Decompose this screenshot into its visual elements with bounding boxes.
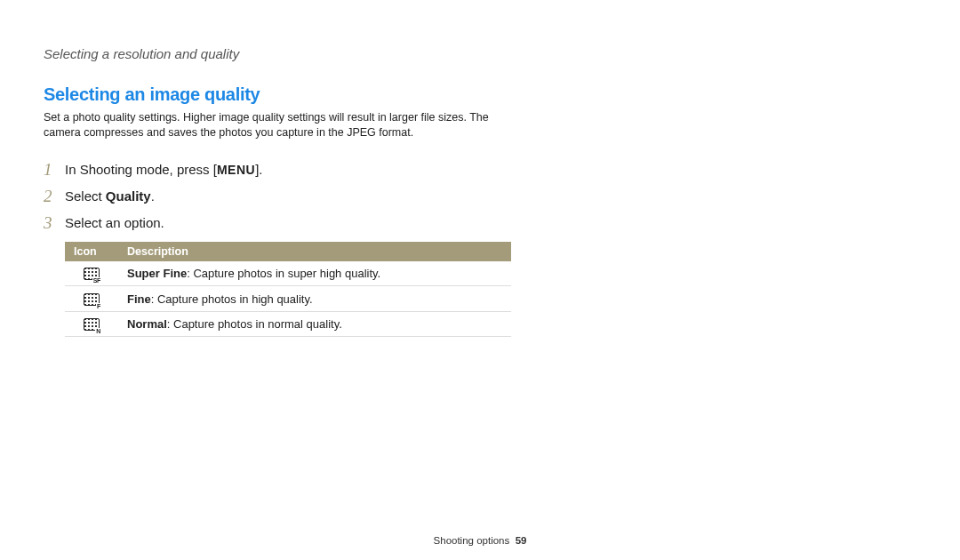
step-2: 2 Select Quality. bbox=[44, 187, 498, 206]
table-header-icon: Icon bbox=[65, 242, 118, 261]
table-row: Super Fine: Capture photos in super high… bbox=[65, 261, 511, 286]
step-text: In Shooting mode, press [MENU]. bbox=[65, 162, 263, 177]
step-text: Select Quality. bbox=[65, 188, 155, 204]
menu-button-label: MENU bbox=[217, 163, 255, 177]
step-text: Select an option. bbox=[65, 215, 164, 230]
table-cell-description: Normal: Capture photos in normal quality… bbox=[118, 311, 511, 337]
main-content: Selecting an image quality Set a photo q… bbox=[0, 61, 498, 337]
steps-list: 1 In Shooting mode, press [MENU]. 2 Sele… bbox=[44, 160, 498, 233]
page-footer: Shooting options 59 bbox=[0, 535, 960, 546]
table-header-description: Description bbox=[118, 242, 511, 261]
quality-options-table: Icon Description Super Fine: Capture pho… bbox=[65, 242, 511, 338]
footer-section: Shooting options bbox=[434, 535, 510, 546]
table-row: Fine: Capture photos in high quality. bbox=[65, 286, 511, 312]
table-cell-description: Super Fine: Capture photos in super high… bbox=[118, 261, 511, 286]
step-number: 1 bbox=[44, 160, 65, 180]
quality-superfine-icon bbox=[84, 268, 100, 280]
table-cell-description: Fine: Capture photos in high quality. bbox=[118, 286, 511, 312]
quality-fine-icon bbox=[84, 293, 100, 306]
page-number: 59 bbox=[516, 535, 527, 546]
breadcrumb: Selecting a resolution and quality bbox=[0, 0, 960, 61]
section-title: Selecting an image quality bbox=[44, 84, 498, 105]
step-3: 3 Select an option. bbox=[44, 213, 498, 233]
step-number: 3 bbox=[44, 213, 65, 233]
quality-normal-icon bbox=[84, 318, 100, 331]
section-description: Set a photo quality settings. Higher ima… bbox=[44, 110, 498, 140]
table-row: Normal: Capture photos in normal quality… bbox=[65, 311, 511, 337]
step-number: 2 bbox=[44, 187, 65, 206]
step-1: 1 In Shooting mode, press [MENU]. bbox=[44, 160, 498, 180]
